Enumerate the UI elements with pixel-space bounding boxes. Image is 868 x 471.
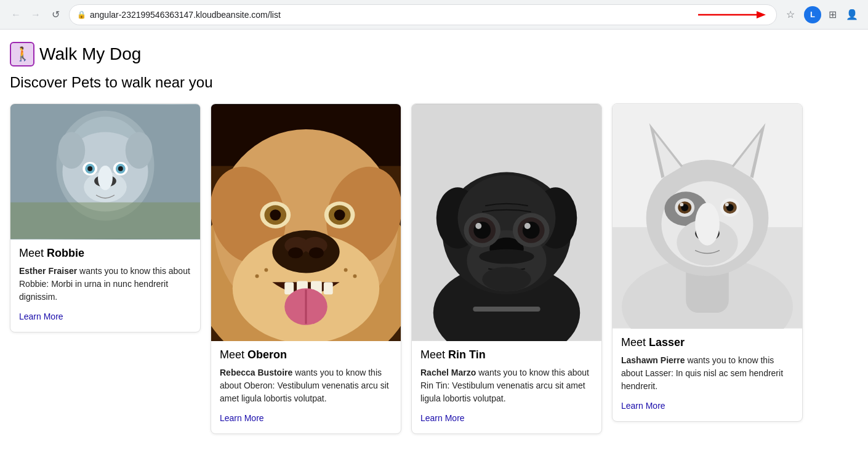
svg-point-35: [334, 209, 345, 220]
card-rintin-body: Meet Rin Tin Rachel Marzo wants you to k…: [412, 341, 601, 433]
card-rintin: Meet Rin Tin Rachel Marzo wants you to k…: [411, 103, 602, 434]
svg-point-28: [288, 248, 303, 259]
robbie-svg: [10, 104, 200, 240]
logo-icon: 🚶: [14, 46, 31, 62]
svg-point-43: [255, 274, 259, 278]
card-oberon-body: Meet Oberon Rebecca Bustoire wants you t…: [211, 341, 401, 433]
page-content: 🚶 Walk My Dog Discover Pets to walk near…: [0, 30, 868, 446]
lock-icon: 🔒: [77, 10, 86, 19]
card-robbie: Meet Robbie Esther Fraiser wants you to …: [10, 103, 201, 332]
svg-point-15: [118, 166, 123, 171]
learn-more-lasser[interactable]: Learn More: [621, 401, 665, 411]
app-logo: 🚶: [10, 42, 34, 66]
browser-right-icons: L ⊞ 👤: [804, 6, 861, 23]
nav-buttons: ← → ↺: [7, 6, 64, 23]
svg-point-62: [482, 267, 531, 292]
card-oberon: Meet Oberon Rebecca Bustoire wants you t…: [211, 103, 401, 434]
cards-grid: Meet Robbie Esther Fraiser wants you to …: [10, 103, 858, 434]
svg-point-86: [695, 203, 720, 246]
address-bar[interactable]: 🔒 angular-232199546363147.kloudbeansite.…: [69, 4, 777, 25]
card-oberon-meet: Meet Oberon: [220, 348, 392, 361]
learn-more-oberon[interactable]: Learn More: [220, 413, 264, 423]
card-lasser-desc: Lashawn Pierre wants you to know this ab…: [621, 354, 794, 393]
app-title: Walk My Dog: [39, 44, 141, 64]
svg-point-16: [98, 166, 113, 190]
dog-image-rintin: [412, 104, 601, 341]
browser-chrome: ← → ↺ 🔒 angular-232199546363147.kloudbea…: [0, 0, 868, 30]
bookmark-button[interactable]: ☆: [782, 6, 799, 23]
rintin-svg: [412, 104, 601, 341]
back-button[interactable]: ←: [7, 6, 25, 23]
lasser-svg: [613, 104, 802, 329]
account-button[interactable]: 👤: [843, 6, 861, 23]
dog-image-lasser: [613, 104, 802, 329]
svg-point-44: [344, 268, 348, 272]
learn-more-rintin[interactable]: Learn More: [420, 413, 465, 423]
dog-image-robbie: [10, 104, 200, 240]
url-text: angular-232199546363147.kloudbeansite.co…: [90, 10, 695, 20]
svg-point-32: [270, 209, 281, 220]
card-robbie-meet: Meet Robbie: [19, 247, 191, 260]
svg-point-12: [87, 166, 92, 171]
svg-point-57: [475, 223, 481, 229]
card-lasser-body: Meet Lasser Lashawn Pierre wants you to …: [613, 329, 802, 421]
card-lasser-meet: Meet Lasser: [621, 336, 794, 349]
card-lasser: Meet Lasser Lashawn Pierre wants you to …: [612, 103, 803, 422]
svg-point-81: [680, 203, 683, 206]
red-arrow-indicator: [695, 9, 769, 21]
svg-rect-17: [10, 203, 200, 240]
card-rintin-meet: Meet Rin Tin: [420, 348, 593, 361]
forward-button[interactable]: →: [27, 6, 44, 23]
svg-point-29: [309, 248, 324, 259]
page-heading: Discover Pets to walk near you: [10, 74, 858, 91]
svg-point-85: [725, 203, 729, 206]
extensions-button[interactable]: ⊞: [824, 6, 841, 23]
profile-icon-btn[interactable]: L: [804, 6, 821, 23]
svg-point-61: [524, 223, 531, 229]
refresh-button[interactable]: ↺: [47, 6, 64, 23]
card-robbie-body: Meet Robbie Esther Fraiser wants you to …: [10, 240, 200, 332]
svg-point-7: [126, 132, 153, 169]
svg-point-6: [58, 132, 85, 169]
svg-rect-64: [473, 307, 540, 312]
svg-rect-39: [324, 282, 333, 294]
app-header: 🚶 Walk My Dog: [10, 42, 858, 66]
svg-point-63: [479, 249, 534, 264]
svg-point-25: [272, 230, 339, 273]
svg-point-45: [353, 274, 357, 278]
learn-more-robbie[interactable]: Learn More: [19, 312, 63, 321]
card-rintin-desc: Rachel Marzo wants you to know this abou…: [420, 366, 593, 405]
dog-image-oberon: [211, 104, 401, 341]
card-robbie-desc: Esther Fraiser wants you to know this ab…: [19, 265, 191, 304]
card-oberon-desc: Rebecca Bustoire wants you to know this …: [220, 366, 392, 405]
oberon-svg: [211, 104, 401, 341]
svg-marker-1: [757, 11, 766, 18]
svg-point-42: [264, 268, 268, 272]
